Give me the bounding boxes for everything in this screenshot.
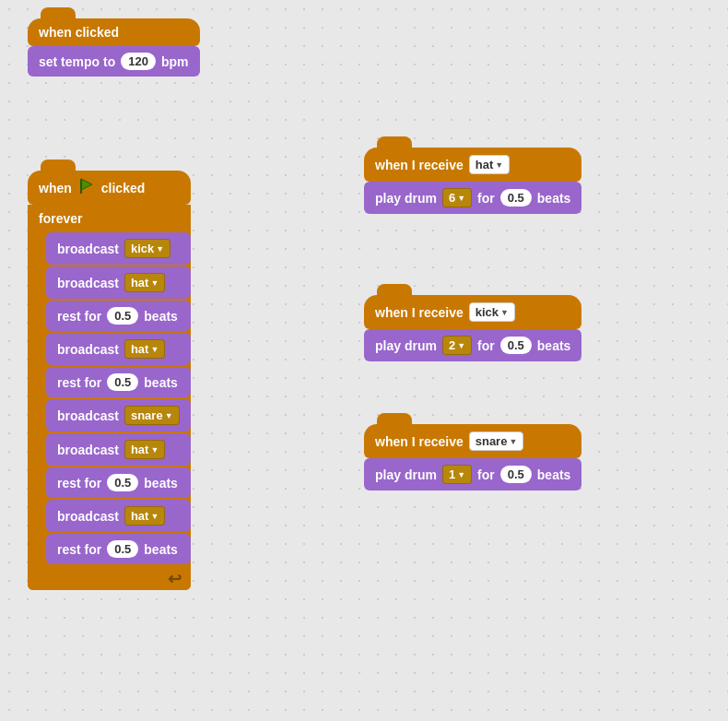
receive-hat-dropdown[interactable]: hat ▼	[469, 155, 510, 174]
rest-2-value[interactable]: 0.5	[107, 373, 138, 391]
broadcast-hat-1-value: hat	[131, 276, 149, 290]
drum-kick-num-dropdown[interactable]: 2 ▼	[442, 336, 472, 355]
rest-1-label: rest for	[57, 309, 101, 324]
play-drum-kick-beats: beats	[537, 338, 571, 353]
forever-arrow-icon: ↩	[168, 569, 182, 589]
hat-1-arrow-icon: ▼	[150, 278, 159, 288]
when-clicked-block-2[interactable]: when clicked	[28, 171, 191, 205]
when-receive-snare[interactable]: when I receive snare ▼	[364, 424, 581, 458]
forever-block: forever broadcast kick ▼ broadcast hat ▼	[28, 205, 191, 590]
broadcast-hat-4-dropdown[interactable]: hat ▼	[124, 506, 165, 526]
tempo-value[interactable]: 120	[121, 53, 156, 70]
rest-2-unit: beats	[144, 375, 178, 390]
rest-3-label: rest for	[57, 476, 101, 491]
broadcast-hat-3[interactable]: broadcast hat ▼	[46, 433, 191, 466]
receive-kick-dropdown[interactable]: kick ▼	[469, 302, 515, 322]
broadcast-kick-label: broadcast	[57, 242, 119, 256]
rest-1-unit: beats	[144, 309, 178, 324]
receive-hat-value: hat	[476, 158, 494, 171]
play-drum-snare-for: for	[477, 467, 495, 482]
forever-label: forever	[28, 205, 191, 232]
play-drum-hat[interactable]: play drum 6 ▼ for 0.5 beats	[364, 182, 581, 214]
broadcast-hat-4-value: hat	[131, 509, 149, 523]
broadcast-hat-1[interactable]: broadcast hat ▼	[46, 266, 191, 299]
when-receive-kick[interactable]: when I receive kick ▼	[364, 295, 581, 329]
when-receive-snare-label: when I receive	[375, 434, 464, 449]
hat-2-arrow-icon: ▼	[150, 345, 159, 354]
rest-3[interactable]: rest for 0.5 beats	[46, 467, 191, 498]
set-tempo-block[interactable]: set tempo to 120 bpm	[28, 46, 200, 77]
broadcast-hat-2-dropdown[interactable]: hat ▼	[124, 339, 165, 359]
broadcast-hat-2-value: hat	[131, 342, 149, 356]
rest-2-label: rest for	[57, 375, 101, 390]
rest-2[interactable]: rest for 0.5 beats	[46, 367, 191, 397]
when-receive-hat[interactable]: when I receive hat ▼	[364, 148, 581, 182]
broadcast-hat-4-label: broadcast	[57, 509, 119, 524]
play-drum-snare-beats: beats	[537, 467, 571, 482]
rest-4-label: rest for	[57, 542, 101, 557]
broadcast-hat-1-label: broadcast	[57, 276, 119, 290]
broadcast-hat-3-dropdown[interactable]: hat ▼	[124, 440, 165, 459]
play-drum-hat-beats-val[interactable]: 0.5	[500, 189, 532, 207]
drum-snare-num: 1	[449, 467, 455, 481]
rest-1-value[interactable]: 0.5	[107, 307, 138, 325]
rest-3-unit: beats	[144, 476, 178, 491]
play-drum-snare-beats-val[interactable]: 0.5	[500, 466, 532, 483]
broadcast-hat-4[interactable]: broadcast hat ▼	[46, 500, 191, 532]
drum-kick-arrow-icon: ▼	[457, 341, 465, 350]
snare-arrow-icon: ▼	[165, 411, 173, 420]
rest-4-unit: beats	[144, 542, 178, 557]
kick-receive-arrow-icon: ▼	[500, 308, 509, 317]
broadcast-kick[interactable]: broadcast kick ▼	[46, 232, 191, 265]
play-drum-snare[interactable]: play drum 1 ▼ for 0.5 beats	[364, 458, 581, 491]
hat-receive-arrow-icon: ▼	[495, 160, 503, 170]
when-receive-kick-label: when I receive	[375, 305, 464, 320]
drum-snare-num-dropdown[interactable]: 1 ▼	[442, 465, 472, 484]
drum-kick-num: 2	[449, 338, 455, 352]
receive-snare-dropdown[interactable]: snare ▼	[469, 431, 524, 451]
group2: when clicked forever broadcast kick	[28, 171, 191, 590]
hat-4-arrow-icon: ▼	[150, 512, 159, 521]
forever-inner: broadcast kick ▼ broadcast hat ▼ r	[46, 232, 191, 568]
drum-hat-arrow-icon: ▼	[457, 194, 465, 203]
forever-bottom: ↩	[28, 568, 191, 590]
broadcast-snare[interactable]: broadcast snare ▼	[46, 399, 191, 431]
broadcast-snare-dropdown[interactable]: snare ▼	[124, 406, 180, 425]
broadcast-kick-dropdown[interactable]: kick ▼	[124, 239, 170, 258]
hat-3-arrow-icon: ▼	[150, 445, 159, 455]
play-drum-kick-beats-val[interactable]: 0.5	[500, 337, 532, 354]
group1: when clicked set tempo to 120 bpm	[28, 18, 200, 77]
rest-1[interactable]: rest for 0.5 beats	[46, 301, 191, 331]
receive-kick-group: when I receive kick ▼ play drum 2 ▼ for …	[364, 295, 581, 361]
receive-hat-group: when I receive hat ▼ play drum 6 ▼ for 0…	[364, 148, 581, 214]
broadcast-hat-1-dropdown[interactable]: hat ▼	[124, 273, 165, 292]
drum-snare-arrow-icon: ▼	[457, 470, 465, 479]
play-drum-hat-label: play drum	[375, 191, 437, 206]
rest-4[interactable]: rest for 0.5 beats	[46, 534, 191, 564]
broadcast-hat-2-label: broadcast	[57, 342, 119, 357]
play-drum-snare-label: play drum	[375, 467, 437, 482]
play-drum-kick-for: for	[477, 338, 495, 353]
play-drum-hat-beats: beats	[537, 191, 571, 206]
flag-icon-2	[77, 177, 96, 198]
play-drum-hat-for: for	[477, 191, 495, 206]
when-label-2: when clicked	[39, 177, 145, 198]
play-drum-kick[interactable]: play drum 2 ▼ for 0.5 beats	[364, 329, 581, 361]
kick-arrow-icon: ▼	[156, 244, 164, 254]
broadcast-hat-3-value: hat	[131, 443, 149, 456]
receive-snare-group: when I receive snare ▼ play drum 1 ▼ for…	[364, 424, 581, 491]
broadcast-kick-value: kick	[131, 242, 154, 255]
play-drum-kick-label: play drum	[375, 338, 437, 353]
receive-snare-value: snare	[476, 434, 508, 448]
rest-4-value[interactable]: 0.5	[107, 540, 138, 558]
drum-hat-num: 6	[449, 191, 455, 205]
receive-kick-value: kick	[476, 305, 499, 319]
snare-receive-arrow-icon: ▼	[509, 437, 517, 446]
when-label-1: when clicked	[39, 25, 119, 40]
broadcast-snare-value: snare	[131, 408, 163, 422]
broadcast-hat-2[interactable]: broadcast hat ▼	[46, 333, 191, 365]
when-clicked-block-1[interactable]: when clicked	[28, 18, 200, 46]
rest-3-value[interactable]: 0.5	[107, 474, 138, 491]
drum-hat-num-dropdown[interactable]: 6 ▼	[442, 188, 472, 207]
set-tempo-label: set tempo to	[39, 54, 115, 69]
